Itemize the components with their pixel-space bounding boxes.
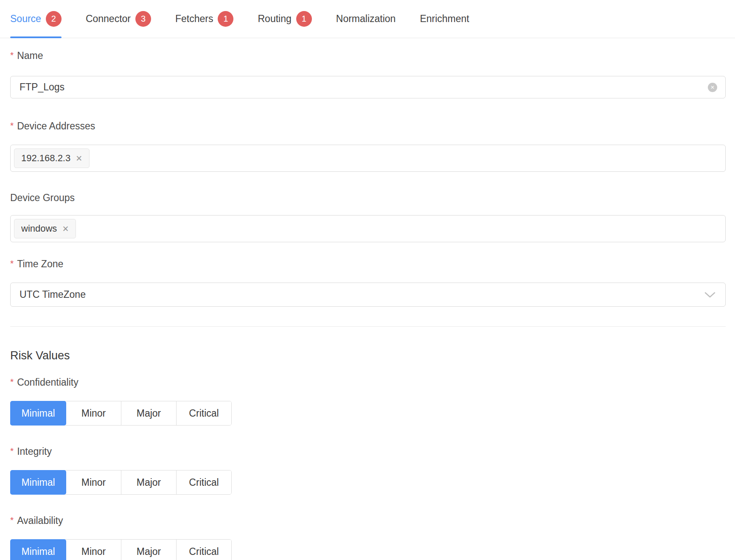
time-zone-label-text: Time Zone (17, 258, 63, 270)
device-addresses-label: * Device Addresses (10, 120, 725, 133)
name-input-wrap: ✕ (10, 76, 726, 98)
tab-routing-badge: 1 (296, 11, 312, 27)
tab-connector[interactable]: Connector 3 (86, 0, 151, 38)
integrity-label-text: Integrity (17, 445, 52, 458)
device-groups-input[interactable]: windows ✕ (10, 215, 726, 242)
tab-fetchers[interactable]: Fetchers 1 (175, 0, 233, 38)
required-asterisk: * (10, 257, 14, 270)
form-content: * Name ✕ * Device Addresses 192.168.2.3 … (0, 49, 735, 560)
required-asterisk: * (10, 375, 14, 388)
confidentiality-segmented-control: Minimal Minor Major Critical (10, 401, 232, 426)
name-label: * Name (10, 49, 725, 62)
availability-label: * Availability (10, 514, 725, 527)
integrity-segmented-control: Minimal Minor Major Critical (10, 470, 232, 495)
tab-normalization-label: Normalization (336, 13, 396, 25)
integrity-option-critical[interactable]: Critical (176, 470, 231, 494)
time-zone-value: UTC TimeZone (20, 289, 86, 300)
tab-routing[interactable]: Routing 1 (258, 0, 311, 38)
tab-fetchers-label: Fetchers (175, 13, 213, 25)
required-asterisk: * (10, 49, 14, 62)
risk-values-heading: Risk Values (10, 348, 725, 363)
tab-routing-label: Routing (258, 13, 291, 25)
integrity-label: * Integrity (10, 445, 725, 458)
device-address-tag-text: 192.168.2.3 (21, 153, 70, 164)
tag-remove-icon[interactable]: ✕ (62, 225, 69, 233)
confidentiality-label-text: Confidentiality (17, 376, 78, 389)
tab-bar: Source 2 Connector 3 Fetchers 1 Routing … (0, 0, 735, 38)
device-group-tag: windows ✕ (14, 219, 76, 238)
required-asterisk: * (10, 445, 14, 457)
tab-connector-badge: 3 (135, 11, 151, 27)
device-address-tag: 192.168.2.3 ✕ (14, 148, 90, 168)
device-group-tag-text: windows (21, 223, 57, 234)
confidentiality-option-minor[interactable]: Minor (66, 401, 121, 425)
source-config-page: Source 2 Connector 3 Fetchers 1 Routing … (0, 0, 735, 560)
availability-option-major[interactable]: Major (121, 540, 176, 560)
chevron-down-icon (704, 291, 716, 298)
tab-enrichment-label: Enrichment (420, 13, 469, 25)
tab-source[interactable]: Source 2 (10, 0, 62, 38)
tab-connector-label: Connector (86, 13, 131, 25)
confidentiality-option-critical[interactable]: Critical (176, 401, 231, 425)
name-label-text: Name (17, 49, 43, 62)
availability-label-text: Availability (17, 514, 63, 527)
integrity-option-minimal[interactable]: Minimal (10, 470, 66, 495)
tab-source-badge: 2 (46, 11, 62, 27)
confidentiality-label: * Confidentiality (10, 376, 725, 389)
required-asterisk: * (10, 119, 14, 132)
device-addresses-label-text: Device Addresses (17, 120, 95, 132)
clear-x-glyph: ✕ (710, 85, 715, 90)
availability-option-critical[interactable]: Critical (176, 540, 231, 560)
clear-icon[interactable]: ✕ (708, 83, 717, 92)
confidentiality-option-minimal[interactable]: Minimal (10, 401, 66, 426)
availability-option-minimal[interactable]: Minimal (10, 539, 66, 560)
confidentiality-option-major[interactable]: Major (121, 401, 176, 425)
time-zone-label: * Time Zone (10, 258, 725, 271)
integrity-option-minor[interactable]: Minor (66, 470, 121, 494)
tab-normalization[interactable]: Normalization (336, 0, 396, 38)
device-groups-label: Device Groups (10, 191, 725, 204)
tag-remove-icon[interactable]: ✕ (76, 154, 82, 162)
tab-enrichment[interactable]: Enrichment (420, 0, 469, 38)
tab-source-label: Source (10, 13, 41, 25)
name-input[interactable] (10, 76, 726, 98)
availability-segmented-control: Minimal Minor Major Critical (10, 539, 232, 560)
integrity-option-major[interactable]: Major (121, 470, 176, 494)
device-groups-label-text: Device Groups (10, 191, 75, 204)
time-zone-select[interactable]: UTC TimeZone (10, 283, 726, 307)
availability-option-minor[interactable]: Minor (66, 540, 121, 560)
required-asterisk: * (10, 514, 14, 526)
device-addresses-input[interactable]: 192.168.2.3 ✕ (10, 145, 726, 172)
section-divider (10, 326, 726, 327)
tab-fetchers-badge: 1 (218, 11, 233, 27)
